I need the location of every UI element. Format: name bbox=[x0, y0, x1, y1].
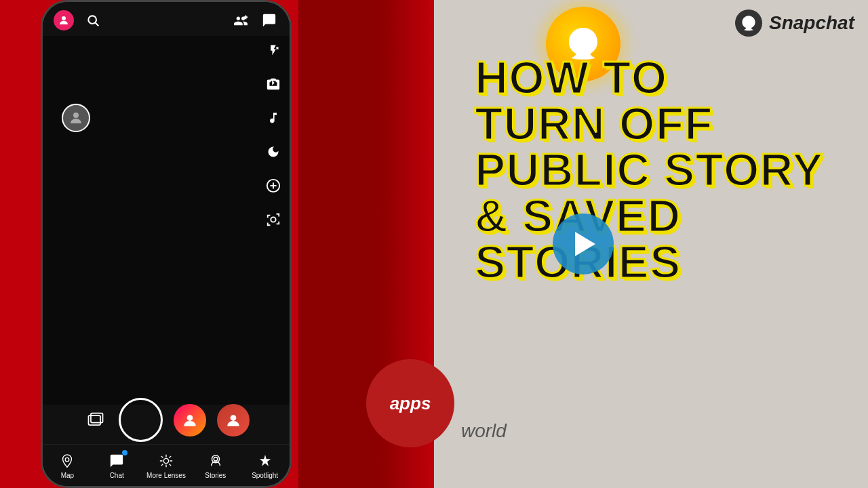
headline-area: HOW TOTURN OFFPUBLIC STORY& SAVEDSTORIES bbox=[461, 41, 868, 298]
shutter-button[interactable] bbox=[119, 398, 163, 442]
svg-point-17 bbox=[163, 458, 168, 463]
svg-point-16 bbox=[66, 458, 70, 462]
flip-camera-icon[interactable] bbox=[262, 73, 284, 95]
profile-avatar[interactable] bbox=[54, 10, 74, 30]
svg-point-1 bbox=[88, 16, 96, 24]
spotlight-icon bbox=[256, 452, 274, 470]
search-icon[interactable] bbox=[83, 11, 102, 30]
flash-icon[interactable] bbox=[262, 39, 284, 61]
music-icon[interactable] bbox=[262, 107, 284, 129]
sc-logo bbox=[735, 9, 762, 37]
svg-point-14 bbox=[186, 415, 193, 421]
world-text: world bbox=[461, 420, 507, 442]
svg-point-18 bbox=[214, 457, 218, 461]
snapchat-branding: Snapchat bbox=[735, 9, 854, 37]
add-friend-icon[interactable] bbox=[231, 11, 250, 30]
bottom-nav: Map Chat bbox=[43, 444, 290, 486]
nav-item-more-lenses[interactable]: More Lenses bbox=[142, 452, 191, 479]
center-avatar bbox=[62, 104, 90, 132]
camera-area bbox=[43, 36, 290, 405]
add-icon[interactable] bbox=[262, 175, 284, 197]
story-avatar-1[interactable] bbox=[174, 404, 206, 436]
play-button[interactable] bbox=[553, 214, 614, 274]
map-icon bbox=[58, 452, 76, 470]
chat-notification-dot bbox=[122, 450, 127, 455]
nav-item-stories[interactable]: Stories bbox=[191, 452, 240, 479]
right-side-icons bbox=[262, 39, 284, 230]
top-left-icons bbox=[54, 10, 102, 30]
svg-line-2 bbox=[96, 23, 99, 26]
snapchat-brand-text: Snapchat bbox=[769, 12, 854, 34]
bottom-controls bbox=[43, 398, 290, 442]
top-right-icons bbox=[231, 11, 279, 30]
focus-icon[interactable] bbox=[262, 209, 284, 230]
story-avatar-2[interactable] bbox=[217, 404, 250, 436]
stories-label: Stories bbox=[205, 472, 226, 479]
more-lenses-icon bbox=[157, 452, 175, 470]
phone-section: Map Chat bbox=[0, 0, 298, 488]
headline-text: HOW TOTURN OFFPUBLIC STORY& SAVEDSTORIES bbox=[475, 54, 854, 285]
nav-item-spotlight[interactable]: Spotlight bbox=[240, 452, 290, 479]
apps-text: apps bbox=[390, 393, 431, 414]
svg-point-0 bbox=[62, 16, 66, 20]
chat-label: Chat bbox=[110, 472, 124, 479]
memories-button[interactable] bbox=[83, 408, 108, 432]
moon-icon[interactable] bbox=[262, 141, 284, 163]
more-lenses-label: More Lenses bbox=[146, 472, 186, 479]
svg-point-11 bbox=[73, 113, 79, 118]
spotlight-label: Spotlight bbox=[252, 472, 278, 479]
chat-icon bbox=[108, 452, 125, 470]
right-section: Snapchat HOW TOTURN OFFPUBLIC STORY& SAV… bbox=[298, 0, 868, 488]
stories-icon bbox=[207, 452, 224, 470]
nav-item-chat[interactable]: Chat bbox=[92, 452, 142, 479]
chat-bubble-icon[interactable] bbox=[260, 11, 279, 30]
apps-circle: apps bbox=[366, 359, 454, 447]
svg-marker-20 bbox=[259, 455, 270, 466]
svg-point-10 bbox=[271, 217, 275, 222]
top-bar bbox=[43, 2, 290, 36]
phone-screen: Map Chat bbox=[43, 2, 290, 486]
play-icon bbox=[575, 232, 595, 256]
phone-frame: Map Chat bbox=[41, 0, 292, 488]
map-label: Map bbox=[61, 472, 74, 479]
svg-point-15 bbox=[230, 415, 236, 421]
nav-item-map[interactable]: Map bbox=[43, 452, 92, 479]
